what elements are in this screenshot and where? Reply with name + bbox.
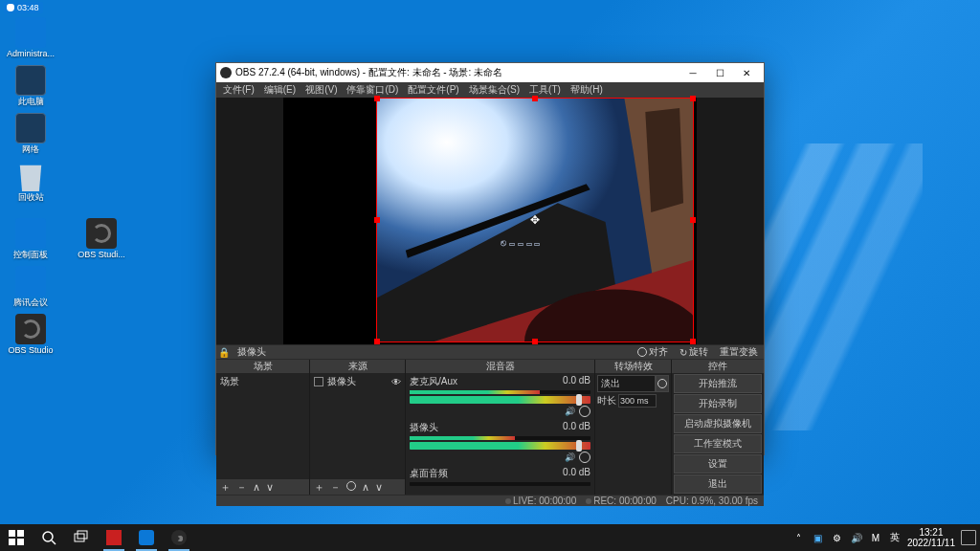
reset-transform-button[interactable]: 重置变换 [714, 345, 764, 359]
level-meter [410, 436, 590, 440]
level-meter [410, 390, 590, 394]
taskbar-app-amd[interactable] [98, 524, 130, 551]
align-button[interactable]: 对齐 [632, 345, 674, 359]
desktop-icon[interactable]: OBS Studio [4, 314, 57, 356]
taskbar-app-obs[interactable] [163, 524, 195, 551]
taskbar-app-meeting[interactable] [130, 524, 163, 551]
channel-settings-icon[interactable] [579, 406, 590, 417]
channel-db: 0.0 dB [563, 375, 590, 388]
ime-mode-1[interactable]: M [869, 531, 882, 544]
menu-item[interactable]: 场景集合(S) [466, 82, 523, 98]
close-button[interactable]: ✕ [733, 63, 760, 82]
desktop-icon[interactable]: 腾讯会议 [4, 266, 57, 308]
maximize-button[interactable]: ☐ [706, 63, 733, 82]
status-rec: REC: 00:00:00 [593, 496, 657, 506]
control-button[interactable]: 启动虚拟摄像机 [674, 414, 762, 433]
sources-title: 来源 [310, 360, 405, 373]
svg-rect-14 [75, 534, 84, 541]
mute-icon[interactable]: 🔊 [564, 452, 575, 463]
tray-chevron-icon[interactable]: ˄ [792, 531, 806, 544]
taskbar-clock[interactable]: 13:21 2022/11/11 [907, 527, 955, 548]
ic-obs-icon [86, 218, 117, 249]
source-props-button[interactable] [346, 481, 356, 493]
source-add-button[interactable]: ＋ [314, 480, 324, 495]
rotate-button[interactable]: ↻ 旋转 [674, 345, 714, 359]
desktop-icon[interactable]: 控制面板 [4, 218, 57, 260]
duration-input[interactable] [618, 394, 657, 408]
preview-canvas[interactable]: ⎋ ▭ ▭ ▭ ▭ ✥ [283, 98, 697, 344]
transitions-dock: 转场特效 淡出 时长 [595, 360, 672, 495]
start-button[interactable] [0, 524, 33, 551]
window-titlebar[interactable]: OBS 27.2.4 (64-bit, windows) - 配置文件: 未命名… [216, 63, 764, 82]
volume-slider[interactable] [410, 442, 590, 450]
menu-item[interactable]: 停靠窗口(D) [344, 82, 401, 98]
visibility-icon[interactable]: 👁 [391, 377, 401, 387]
source-remove-button[interactable]: － [330, 480, 341, 495]
icon-label: Administra... [4, 50, 57, 59]
ic-ctrl-icon [15, 17, 46, 48]
window-title: OBS 27.2.4 (64-bit, windows) - 配置文件: 未命名… [235, 66, 502, 79]
obs-window: OBS 27.2.4 (64-bit, windows) - 配置文件: 未命名… [215, 62, 765, 455]
volume-slider[interactable] [410, 396, 590, 404]
transitions-title: 转场特效 [595, 360, 671, 373]
control-button[interactable]: 退出 [674, 474, 762, 494]
desktop-icon[interactable]: 回收站 [4, 161, 57, 203]
source-down-button[interactable]: ∨ [375, 481, 383, 494]
mixer-title: 混音器 [406, 360, 594, 373]
control-button[interactable]: 工作室模式 [674, 434, 762, 453]
transition-select[interactable]: 淡出 [597, 375, 656, 392]
mixer-dock: 混音器 麦克风/Aux0.0 dB 🔊摄像头0.0 dB 🔊桌面音频0.0 dB [406, 360, 595, 495]
scene-down-button[interactable]: ∨ [266, 481, 274, 494]
svg-point-12 [43, 532, 53, 541]
menu-item[interactable]: 编辑(E) [261, 82, 299, 98]
scenes-title: 场景 [216, 360, 309, 373]
preview-area[interactable]: ⎋ ▭ ▭ ▭ ▭ ✥ [216, 98, 764, 344]
scene-add-button[interactable]: ＋ [220, 480, 231, 495]
tray-volume-icon[interactable]: 🔊 [850, 531, 863, 544]
duration-label: 时长 [597, 394, 616, 408]
tray-meeting-icon[interactable]: ▣ [812, 531, 825, 544]
source-up-button[interactable]: ∧ [362, 481, 369, 494]
status-live: LIVE: 00:00:00 [513, 496, 576, 506]
mute-icon[interactable]: 🔊 [564, 406, 575, 417]
menu-item[interactable]: 视图(V) [302, 82, 340, 98]
menu-item[interactable]: 帮助(H) [568, 82, 606, 98]
menu-item[interactable]: 配置文件(P) [405, 82, 461, 98]
channel-db: 0.0 dB [563, 467, 590, 480]
gear-icon [637, 347, 647, 357]
scene-remove-button[interactable]: － [236, 480, 247, 495]
menu-item[interactable]: 文件(F) [220, 82, 257, 98]
scene-up-button[interactable]: ∧ [253, 481, 260, 494]
desktop-icon[interactable]: Administra... [4, 17, 57, 59]
control-button[interactable]: 开始推流 [674, 374, 762, 393]
scene-item[interactable]: 场景 [216, 373, 309, 390]
svg-line-13 [52, 540, 56, 544]
scenes-dock: 场景 场景 ＋ － ∧ ∨ [216, 360, 310, 495]
ime-mode-2[interactable]: 英 [888, 531, 902, 544]
desktop-icon[interactable]: OBS Studi... [75, 218, 128, 260]
mixer-channel: 摄像头0.0 dB 🔊 [406, 419, 594, 465]
minimize-button[interactable]: ─ [679, 63, 706, 82]
lock-icon[interactable]: 🔒 [216, 347, 232, 358]
icon-label: 此电脑 [4, 98, 57, 107]
search-button[interactable] [33, 524, 65, 551]
task-view-button[interactable] [65, 524, 98, 551]
channel-settings-icon[interactable] [579, 452, 590, 463]
tray-network-icon[interactable]: ⚙ [831, 531, 844, 544]
move-icon[interactable]: ✥ [530, 213, 540, 227]
menu-bar: 文件(F)编辑(E)视图(V)停靠窗口(D)配置文件(P)场景集合(S)工具(T… [216, 82, 764, 98]
desktop-icon[interactable]: 网络 [4, 113, 57, 155]
control-button[interactable]: 开始录制 [674, 394, 762, 413]
source-selection[interactable]: ⎋ ▭ ▭ ▭ ▭ ✥ [376, 98, 694, 342]
level-meter [410, 482, 590, 486]
desktop-icon[interactable]: 此电脑 [4, 65, 57, 107]
svg-rect-15 [78, 531, 87, 539]
svg-text:⎋ ▭ ▭ ▭ ▭: ⎋ ▭ ▭ ▭ ▭ [501, 237, 540, 248]
mic-recording-badge[interactable]: 03:48 [4, 2, 43, 13]
source-item[interactable]: 摄像头👁 [310, 373, 405, 390]
control-button[interactable]: 设置 [674, 454, 762, 474]
transition-settings-button[interactable] [656, 375, 669, 392]
source-type-icon [314, 377, 323, 386]
notification-button[interactable] [961, 530, 976, 545]
svg-rect-9 [17, 530, 24, 537]
